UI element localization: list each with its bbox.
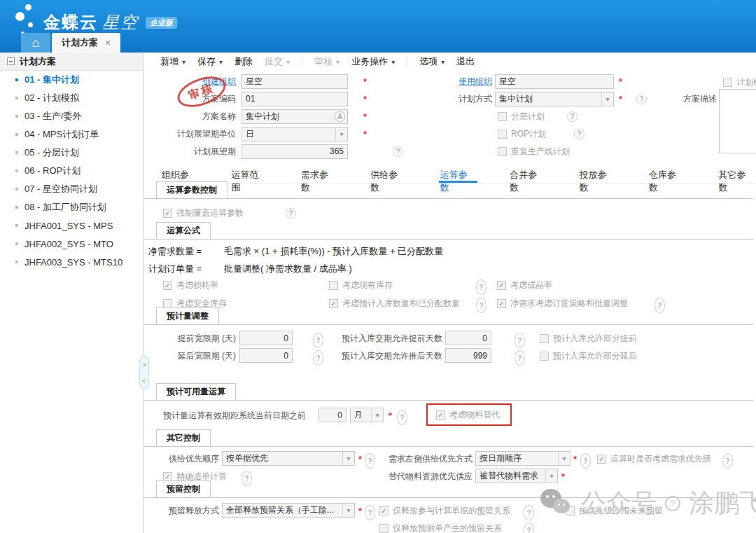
- sidebar-item-01[interactable]: 01 - 集中计划: [0, 71, 143, 89]
- sidebar-item-06[interactable]: 06 - ROP计划: [0, 162, 143, 180]
- help-icon[interactable]: [476, 279, 486, 295]
- help-icon[interactable]: [365, 505, 375, 520]
- atp-validity-field[interactable]: 0: [318, 408, 346, 422]
- sidebar-item-jhfa003[interactable]: JHFA003_SYS - MTS10: [0, 253, 143, 271]
- sidebar-splitter[interactable]: > <: [139, 356, 149, 389]
- tab-calc-scope[interactable]: 运算范围: [230, 167, 268, 183]
- substitute-supply-select[interactable]: 被替代物料需求: [475, 469, 558, 483]
- tab-warehouse-params[interactable]: 仓库参数: [648, 167, 686, 183]
- rop-plan-checkbox[interactable]: ROP计划: [498, 128, 546, 140]
- business-ops-button[interactable]: 业务操作: [351, 55, 395, 68]
- plan-mode-select[interactable]: 集中计划: [495, 92, 614, 106]
- multilingual-icon[interactable]: A: [335, 111, 345, 122]
- sidebar-item-jhfa002[interactable]: JHFA002_SYS - MTO: [0, 235, 143, 253]
- release-forecast-checkbox[interactable]: 仅释放预测单产生的预留关系: [379, 520, 502, 533]
- plan-sim-checkbox[interactable]: 计划模拟: [723, 76, 756, 88]
- submit-button[interactable]: 提交: [265, 55, 290, 68]
- loss-rate-checkbox[interactable]: 考虑损耗率: [163, 277, 218, 293]
- help-icon[interactable]: [567, 111, 578, 122]
- scheme-desc-textarea[interactable]: [719, 89, 756, 153]
- tab-plan-scheme[interactable]: 计划方案: [52, 33, 120, 53]
- partial-early-checkbox[interactable]: 预计入库允许部分提前: [540, 331, 637, 346]
- collapse-left-icon[interactable]: <: [142, 378, 146, 385]
- layered-plan-checkbox[interactable]: 分层计划: [498, 111, 545, 123]
- tab-demand-params[interactable]: 需求参数: [300, 167, 338, 183]
- dropdown-caret-icon[interactable]: [371, 408, 383, 422]
- lead-grace-field[interactable]: 0: [239, 331, 293, 345]
- release-calc-checkbox[interactable]: 仅释放参与计算单据的预留关系: [379, 503, 510, 518]
- demand-priority-checkbox[interactable]: 运算时是否考虑需求优先级: [597, 451, 711, 466]
- tab-other-params[interactable]: 其它参数: [718, 167, 756, 183]
- help-icon[interactable]: [514, 350, 525, 366]
- yield-checkbox[interactable]: 考虑成品率: [497, 277, 552, 293]
- sidebar-header[interactable]: 计划方案: [0, 53, 143, 71]
- sidebar-item-07[interactable]: 07 - 星空协同计划: [0, 180, 143, 198]
- expand-right-icon[interactable]: >: [142, 361, 146, 368]
- audit-stamp-text: 审核: [187, 81, 217, 104]
- close-tab-icon[interactable]: [105, 37, 111, 48]
- atp-unit-select[interactable]: 月: [350, 408, 384, 422]
- substitute-checkbox[interactable]: 考虑物料替代: [436, 409, 500, 421]
- demand-left-select[interactable]: 按日期顺序: [475, 451, 570, 466]
- lag-grace-field[interactable]: 0: [239, 348, 293, 363]
- tab-release-params[interactable]: 投放参数: [578, 167, 617, 183]
- onhand-checkbox[interactable]: 考虑现有库存: [329, 277, 393, 293]
- use-org-link[interactable]: 使用组织: [444, 76, 495, 88]
- help-icon[interactable]: [313, 350, 323, 366]
- tab-merge-params[interactable]: 合并参数: [508, 167, 547, 183]
- supply-priority-select[interactable]: 按单据优先: [222, 451, 355, 466]
- help-icon[interactable]: [722, 453, 733, 469]
- sidebar-item-08[interactable]: 08 - 加工厂协同计划: [0, 198, 143, 216]
- help-icon[interactable]: [313, 333, 323, 348]
- scheme-code-field[interactable]: 01: [241, 92, 348, 106]
- dropdown-caret-icon[interactable]: [342, 504, 354, 517]
- help-icon[interactable]: [580, 453, 591, 469]
- help-icon[interactable]: [636, 94, 647, 104]
- dropdown-caret-icon[interactable]: [545, 469, 557, 483]
- help-icon[interactable]: [514, 333, 525, 348]
- expected-receipt-checkbox[interactable]: 考虑预计入库数量和已分配数量: [329, 296, 460, 311]
- receipt-early-field[interactable]: 0: [445, 331, 491, 345]
- scheme-name-field[interactable]: 集中计划A: [241, 109, 348, 124]
- tab-calc-params[interactable]: 运算参数: [439, 167, 477, 183]
- help-icon[interactable]: [524, 522, 534, 533]
- help-icon[interactable]: [393, 146, 403, 157]
- create-org-field[interactable]: 星空: [241, 74, 348, 89]
- order-policy-checkbox[interactable]: 净需求考虑订货策略和批量调整: [497, 296, 628, 311]
- home-tab[interactable]: [21, 33, 50, 53]
- help-icon[interactable]: [365, 453, 375, 469]
- horizon-field[interactable]: 365: [241, 144, 348, 159]
- dropdown-caret-icon[interactable]: [558, 452, 570, 465]
- scheme-name-label: 方案名称: [144, 111, 241, 123]
- sidebar-item-03[interactable]: 03 - 生产/委外: [0, 107, 143, 125]
- delete-button[interactable]: 删除: [234, 55, 253, 68]
- horizon-label: 计划展望期: [144, 146, 241, 158]
- sidebar-item-04[interactable]: 04 - MPS计划订单: [0, 125, 143, 144]
- help-icon[interactable]: [574, 129, 584, 139]
- force-override-checkbox[interactable]: 强制覆盖运算参数: [163, 207, 244, 219]
- sidebar-item-05[interactable]: 05 - 分层计划: [0, 144, 143, 162]
- exit-button[interactable]: 退出: [456, 55, 475, 68]
- options-button[interactable]: 选项: [419, 55, 444, 68]
- sidebar-item-02[interactable]: 02 - 计划模拟: [0, 89, 143, 107]
- help-icon[interactable]: [524, 505, 534, 520]
- dropdown-caret-icon[interactable]: [342, 452, 354, 465]
- dropdown-caret-icon[interactable]: [601, 92, 613, 106]
- new-button[interactable]: 新增: [160, 55, 186, 68]
- save-button[interactable]: 保存: [197, 55, 223, 68]
- audit-button[interactable]: 审核: [314, 55, 340, 68]
- sidebar-item-jhfa001[interactable]: JHFA001_SYS - MPS: [0, 216, 143, 235]
- priority-occupy-checkbox[interactable]: 按优先级占用未来预留: [566, 503, 663, 518]
- tab-supply-params[interactable]: 供给参数: [369, 167, 407, 183]
- collapse-tree-icon[interactable]: [7, 57, 15, 65]
- tab-org-params[interactable]: 组织参数: [160, 167, 199, 183]
- help-icon[interactable]: [286, 208, 296, 219]
- help-icon[interactable]: [397, 410, 407, 425]
- use-org-field[interactable]: 星空: [495, 74, 614, 89]
- dropdown-caret-icon[interactable]: [335, 127, 347, 141]
- receipt-late-field[interactable]: 999: [445, 348, 491, 363]
- horizon-unit-select[interactable]: 日: [241, 127, 348, 141]
- partial-late-checkbox[interactable]: 预计入库允许部分延后: [540, 348, 637, 364]
- release-mode-select[interactable]: 全部释放预留关系（手工除...: [222, 503, 355, 518]
- repeat-line-checkbox[interactable]: 重复生产线计划: [498, 146, 570, 158]
